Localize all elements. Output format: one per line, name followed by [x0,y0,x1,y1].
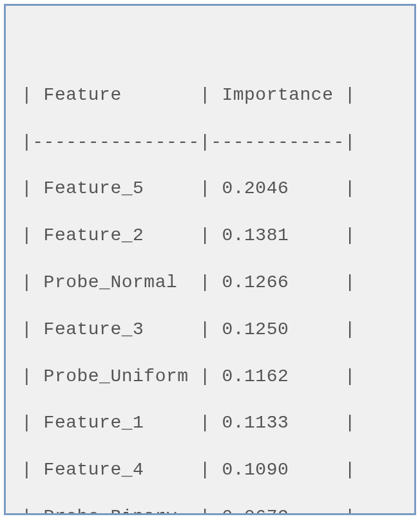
table-header: | Feature | Importance | [21,72,399,119]
table-separator: |---------------|------------| [21,119,399,166]
table-row: | Probe_Uniform | 0.1162 | [21,354,399,401]
table-row: | Feature_1 | 0.1133 | [21,400,399,447]
feature-importance-table: | Feature | Importance ||---------------… [4,4,416,515]
table-row: | Feature_3 | 0.1250 | [21,307,399,354]
table-row: | Feature_5 | 0.2046 | [21,165,399,212]
table-row: | Probe_Normal | 0.1266 | [21,260,399,307]
table-row: | Feature_2 | 0.1381 | [21,212,399,260]
table-row: | Feature_4 | 0.1090 | [21,447,399,494]
table-row: | Probe_Binary | 0.0672 | [21,494,399,515]
